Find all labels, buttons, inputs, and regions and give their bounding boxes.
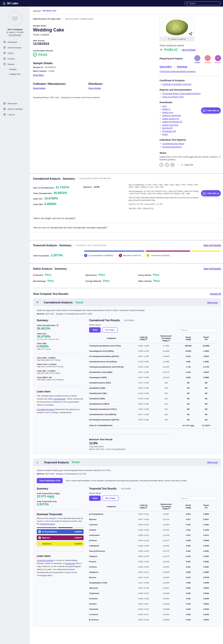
download-item-link[interactable]: Labels PhytoFacts QR [162, 120, 182, 123]
sample-image-card[interactable]: Hover to Zoom In [160, 18, 194, 41]
distributor-show-details-link[interactable]: Show Details [88, 87, 101, 89]
terpenoid-view-full-results-link[interactable]: View Full Results [203, 244, 221, 247]
faq-row[interactable]: Why are Sum of Cannabinoids and Total Ca… [33, 223, 221, 232]
view-phytofacts-coa-button[interactable]: View PhytoFacts COA [37, 478, 63, 483]
download-link[interactable]: Download [177, 65, 187, 68]
faq-row[interactable]: What is dry weight, and how is it calcul… [33, 214, 221, 223]
result-mgg-cell: 0.029 [179, 597, 198, 600]
terpenoids-link[interactable]: terpenoids [65, 562, 75, 565]
column-header: Result (%) [198, 504, 214, 509]
download-item-link[interactable]: Labels mg/g [162, 111, 173, 113]
search-box[interactable] [185, 2, 220, 5]
copy-link-button[interactable]: Copy link [178, 164, 193, 166]
chat-with-us-button[interactable]: ••• Chat with us [201, 190, 221, 196]
download-item-link[interactable]: Card [162, 105, 166, 107]
terpenoid-filter-input[interactable] [179, 496, 217, 501]
cannabinoid-show-less-link[interactable]: Show Less [207, 301, 218, 304]
faq-question: Why are Sum of Cannabinoids and Total Ca… [33, 226, 107, 229]
terpenoid-note: 39 TESTED, TOP 3 HIGHLIGHTED [73, 245, 106, 246]
bar-graph-view-button[interactable]: Bar Graph [102, 496, 119, 501]
download-item-link[interactable]: PhytoFacts QR [162, 130, 176, 132]
sidebar-subnav-item[interactable]: - Catalog View [0, 72, 30, 76]
doc-link[interactable]: PhytoFacts Report (Chemometric Analysis) [162, 92, 201, 95]
moisture-method: Method: QSP 1224 - Loss on Drying (Moist… [89, 448, 172, 450]
cultivator-show-details-link[interactable]: Show Details [33, 87, 46, 89]
profile-circles: AROMA FLAVOR ✦ EFFECT [194, 55, 221, 63]
download-item-link[interactable]: Labels Final Form [162, 124, 178, 126]
doc-link[interactable]: Chain of Custody (COC) [162, 96, 184, 98]
cannabinoids-link[interactable]: cannabinoids [54, 398, 65, 400]
pie-chart-view-button[interactable]: Pie Chart [102, 327, 118, 333]
chat-with-us-button[interactable]: ••• Chat with us [201, 107, 221, 113]
minor-label: Total THCV: [37, 363, 48, 366]
terpenoid-show-less-link[interactable]: Show Less [207, 461, 218, 463]
sc-labs-id: SC Labs ID: C123456 [0, 31, 30, 33]
facebook-icon[interactable]: f [160, 163, 163, 167]
terpenoid-results-title: Terpenoid Test Results [89, 487, 117, 490]
download-item-link[interactable]: Labels Sample QR [162, 117, 179, 120]
sidebar-nav-item[interactable]: Submit Sample [0, 45, 30, 50]
lodloq-cell: 0.002 / 0.007 [133, 603, 154, 605]
cannabinoid-summary-title: Cannabinoid Analysis - Summary [33, 177, 75, 180]
breadcrumb-samples-link[interactable]: Samples [33, 10, 41, 12]
table-view-button[interactable]: Table [89, 496, 101, 501]
report-link[interactable]: Terpenoid Test Report [162, 146, 182, 148]
sidebar-bottom-item[interactable]: Resources [0, 101, 30, 106]
lodloq-cell: 0.009 / 0.030 [133, 529, 154, 531]
nav-item-icon [3, 57, 6, 60]
phytofacts-report-link[interactable]: PhytoFacts report [40, 523, 55, 525]
lodloq-cell: 0.047 / 0.250 [133, 355, 154, 357]
dominant-terpenoid-bars: 1 β-Caryophyllene 0.6835% 2 Myrcene 0.49… [37, 529, 84, 546]
see-catalog-view-link[interactable]: See catalog view [0, 34, 30, 36]
sidebar-nav-item[interactable]: Invoices [0, 56, 30, 61]
lodloq-cell: 0.017 / 0.250 [133, 413, 154, 416]
result-pct-cell: ND [198, 397, 214, 400]
safety-summary-title: Safety Analysis - Summary [33, 267, 67, 270]
download-item-link[interactable]: Sample QR [162, 127, 172, 129]
sample-photo[interactable] [160, 18, 194, 37]
upload-company-logo[interactable]: UPLOAD COMPANY LOGO [8, 12, 22, 26]
terpenoid-analysis-link[interactable]: Terpenoid analysis [37, 559, 53, 561]
safety-view-full-results-link[interactable]: View Full Results [203, 267, 221, 270]
expand-all-link[interactable]: Expand All [210, 293, 221, 295]
minor-value: 0.1534% [49, 363, 57, 366]
phytofacts-guidance-link[interactable]: PhytoFacts trademark/labeling guidance [160, 70, 221, 72]
list-item: Image [162, 133, 221, 135]
cannabinoid-filter-input[interactable] [179, 328, 217, 333]
sidebar-nav-item[interactable]: Dashboard [0, 39, 30, 45]
table-row: α-Cedrene 0.005 / 0.017 ±0.0014 0.026 0.… [89, 612, 217, 617]
show-more-link[interactable]: Show More [33, 74, 44, 76]
twitter-icon[interactable]: t [165, 163, 169, 167]
sidebar-nav-item[interactable]: Reports [0, 61, 30, 67]
sidebar-bottom-item[interactable]: Log Out [0, 112, 30, 117]
report-link[interactable]: Cannabinoid Test Report [162, 142, 184, 145]
lodloq-cell: 0.007 / 0.025 [133, 518, 154, 520]
chat-bubble-icon: ••• [203, 192, 206, 194]
sidebar-bottom-item[interactable]: Account Settings [0, 106, 30, 112]
view-online-link[interactable]: View Online [160, 65, 172, 68]
download-item-link[interactable]: Labels % [162, 108, 170, 110]
tab-certificate-of-analysis[interactable]: CERTIFICATE OF ANALYSIS [33, 18, 61, 20]
formula-text: Total THC = Δ⁹-THC + (THCa (0.877)) + Δ⁸… [129, 203, 199, 205]
sidebar-nav-item[interactable]: Orders [0, 50, 30, 56]
table-view-button[interactable]: Table [89, 327, 101, 333]
hover-to-zoom[interactable]: Hover to Zoom In [160, 37, 194, 41]
lodloq-cell: 0.062 / 0.250 [133, 387, 154, 389]
terpenoid-badge-label: β-Caryophyllene (0.6835%) [89, 254, 113, 257]
lodloq-cell: 0.040 / 0.250 [133, 366, 154, 368]
download-item-link[interactable]: Image [162, 133, 168, 135]
set-to-private-link[interactable]: Set to Private [182, 49, 195, 51]
coa-link[interactable]: Certificate of Analysis (COA-001) [162, 83, 192, 85]
search-input[interactable] [190, 2, 217, 5]
tab-regulatory-compliance[interactable]: REGULATORY COMPLIANCE [65, 18, 93, 20]
email-icon[interactable]: ✉ [171, 163, 174, 167]
terpenoid-desc: Terpene analysis utilizing gas chromatog… [37, 469, 217, 471]
cannabinoid-testing-link[interactable]: Cannabinoid testing [37, 408, 55, 411]
share-title: Share [160, 151, 221, 154]
sidebar-subnav-item[interactable]: - Samples [0, 67, 30, 72]
docs-links: PhytoFacts Report (Chemometric Analysis)… [160, 92, 221, 98]
table-row: Terpinolene 0.008 / 0.027 ±0.0006 0.038 … [89, 591, 217, 596]
download-item-link[interactable]: Labels w/ Terpenoids [162, 114, 181, 116]
uncertainty-cell: ±0.1741 [154, 518, 179, 520]
sc-labs-logo[interactable]: SC Labs [3, 2, 18, 5]
